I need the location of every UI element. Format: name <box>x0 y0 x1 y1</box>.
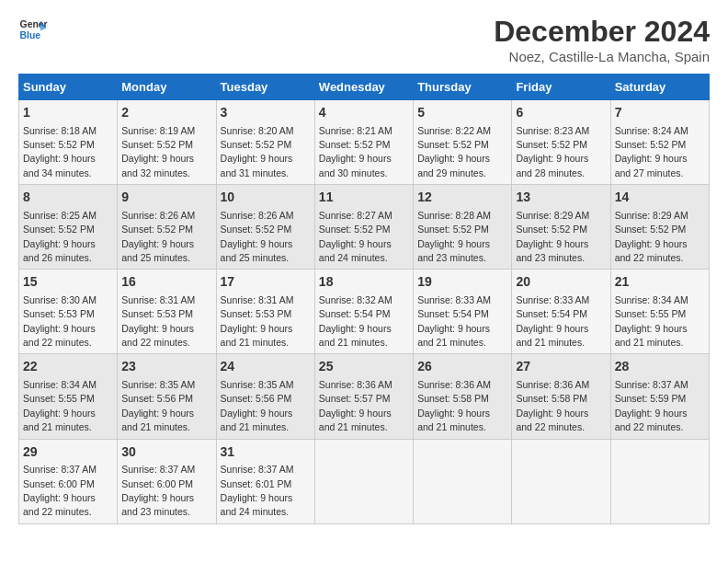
page: General Blue December 2024 Noez, Castill… <box>0 0 728 534</box>
col-tuesday: Tuesday <box>216 75 314 100</box>
col-wednesday: Wednesday <box>314 75 413 100</box>
table-row: 1Sunrise: 8:18 AMSunset: 5:52 PMDaylight… <box>19 100 118 185</box>
table-row: 10Sunrise: 8:26 AMSunset: 5:52 PMDayligh… <box>216 185 314 270</box>
table-row: 20Sunrise: 8:33 AMSunset: 5:54 PMDayligh… <box>512 270 610 354</box>
table-row <box>512 439 610 523</box>
table-row: 12Sunrise: 8:28 AMSunset: 5:52 PMDayligh… <box>414 185 512 270</box>
table-row <box>610 439 709 523</box>
table-row: 17Sunrise: 8:31 AMSunset: 5:53 PMDayligh… <box>216 270 314 354</box>
week-row-0: 1Sunrise: 8:18 AMSunset: 5:52 PMDaylight… <box>19 100 710 185</box>
col-saturday: Saturday <box>610 75 709 100</box>
table-row: 30Sunrise: 8:37 AMSunset: 6:00 PMDayligh… <box>118 439 216 523</box>
svg-text:Blue: Blue <box>20 30 41 40</box>
table-row: 24Sunrise: 8:35 AMSunset: 5:56 PMDayligh… <box>216 354 314 439</box>
table-row: 16Sunrise: 8:31 AMSunset: 5:53 PMDayligh… <box>118 270 216 354</box>
week-row-4: 29Sunrise: 8:37 AMSunset: 6:00 PMDayligh… <box>19 439 710 523</box>
table-row: 14Sunrise: 8:29 AMSunset: 5:52 PMDayligh… <box>610 185 709 270</box>
table-row: 2Sunrise: 8:19 AMSunset: 5:52 PMDaylight… <box>118 100 216 185</box>
week-row-3: 22Sunrise: 8:34 AMSunset: 5:55 PMDayligh… <box>19 354 710 439</box>
table-row: 5Sunrise: 8:22 AMSunset: 5:52 PMDaylight… <box>414 100 512 185</box>
table-row: 28Sunrise: 8:37 AMSunset: 5:59 PMDayligh… <box>610 354 709 439</box>
table-row: 27Sunrise: 8:36 AMSunset: 5:58 PMDayligh… <box>512 354 610 439</box>
table-row: 15Sunrise: 8:30 AMSunset: 5:53 PMDayligh… <box>19 270 118 354</box>
col-sunday: Sunday <box>19 75 118 100</box>
table-row <box>314 439 413 523</box>
table-row: 29Sunrise: 8:37 AMSunset: 6:00 PMDayligh… <box>19 439 118 523</box>
table-row: 3Sunrise: 8:20 AMSunset: 5:52 PMDaylight… <box>216 100 314 185</box>
table-row: 22Sunrise: 8:34 AMSunset: 5:55 PMDayligh… <box>19 354 118 439</box>
table-row: 19Sunrise: 8:33 AMSunset: 5:54 PMDayligh… <box>414 270 512 354</box>
main-title: December 2024 <box>494 15 710 49</box>
calendar-table: Sunday Monday Tuesday Wednesday Thursday… <box>18 74 710 524</box>
col-monday: Monday <box>118 75 216 100</box>
table-row: 11Sunrise: 8:27 AMSunset: 5:52 PMDayligh… <box>314 185 413 270</box>
table-row: 25Sunrise: 8:36 AMSunset: 5:57 PMDayligh… <box>314 354 413 439</box>
subtitle: Noez, Castille-La Mancha, Spain <box>494 49 710 64</box>
table-row: 23Sunrise: 8:35 AMSunset: 5:56 PMDayligh… <box>118 354 216 439</box>
table-row: 18Sunrise: 8:32 AMSunset: 5:54 PMDayligh… <box>314 270 413 354</box>
table-row: 6Sunrise: 8:23 AMSunset: 5:52 PMDaylight… <box>512 100 610 185</box>
logo: General Blue <box>18 15 48 44</box>
table-row: 9Sunrise: 8:26 AMSunset: 5:52 PMDaylight… <box>118 185 216 270</box>
table-row: 7Sunrise: 8:24 AMSunset: 5:52 PMDaylight… <box>610 100 709 185</box>
table-row: 21Sunrise: 8:34 AMSunset: 5:55 PMDayligh… <box>610 270 709 354</box>
col-thursday: Thursday <box>414 75 512 100</box>
week-row-1: 8Sunrise: 8:25 AMSunset: 5:52 PMDaylight… <box>19 185 710 270</box>
week-row-2: 15Sunrise: 8:30 AMSunset: 5:53 PMDayligh… <box>19 270 710 354</box>
table-row: 4Sunrise: 8:21 AMSunset: 5:52 PMDaylight… <box>314 100 413 185</box>
general-blue-logo-icon: General Blue <box>18 15 48 44</box>
table-row: 26Sunrise: 8:36 AMSunset: 5:58 PMDayligh… <box>414 354 512 439</box>
table-row: 8Sunrise: 8:25 AMSunset: 5:52 PMDaylight… <box>19 185 118 270</box>
table-row: 13Sunrise: 8:29 AMSunset: 5:52 PMDayligh… <box>512 185 610 270</box>
header-row: Sunday Monday Tuesday Wednesday Thursday… <box>19 75 710 100</box>
col-friday: Friday <box>512 75 610 100</box>
title-block: December 2024 Noez, Castille-La Mancha, … <box>494 15 710 64</box>
table-row: 31Sunrise: 8:37 AMSunset: 6:01 PMDayligh… <box>216 439 314 523</box>
header: General Blue December 2024 Noez, Castill… <box>18 15 710 64</box>
table-row <box>414 439 512 523</box>
